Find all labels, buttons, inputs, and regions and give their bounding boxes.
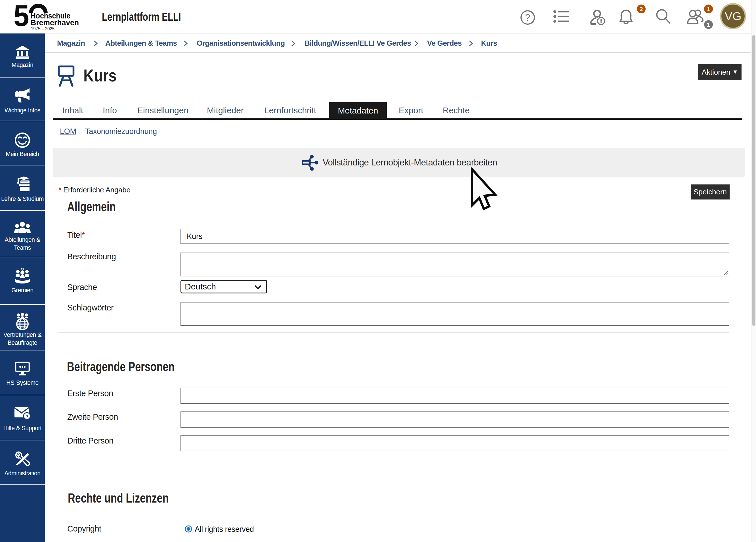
svg-text:1975 – 2025: 1975 – 2025 xyxy=(31,26,54,31)
svg-text:5: 5 xyxy=(14,2,29,32)
svg-text:?: ? xyxy=(26,414,28,419)
svg-text:?: ? xyxy=(525,12,530,23)
svg-text:Bremerhaven: Bremerhaven xyxy=(31,18,79,27)
